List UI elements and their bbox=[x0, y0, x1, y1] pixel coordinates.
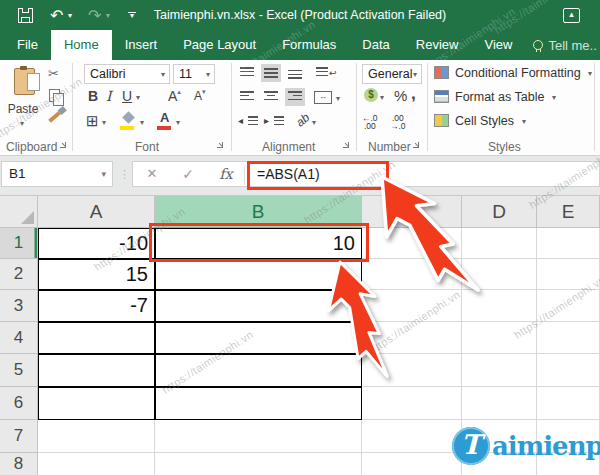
chevron-down-icon: ▾ bbox=[552, 93, 556, 102]
row-header-3[interactable]: 3 bbox=[0, 290, 38, 322]
align-bottom-button[interactable] bbox=[288, 67, 302, 79]
align-left-button[interactable] bbox=[240, 91, 254, 103]
cell-C4[interactable] bbox=[362, 322, 462, 354]
increase-indent-button[interactable]: ▸ bbox=[264, 115, 269, 126]
merge-center-button[interactable]: ↔ bbox=[314, 91, 332, 104]
cell-E2[interactable] bbox=[537, 259, 600, 290]
row-header-4[interactable]: 4 bbox=[0, 322, 38, 354]
cell-D1[interactable] bbox=[462, 228, 537, 259]
row-header-6[interactable]: 6 bbox=[0, 387, 38, 420]
cell-C5[interactable] bbox=[362, 354, 462, 387]
tab-page-layout[interactable]: Page Layout bbox=[170, 30, 269, 60]
copy-button[interactable] bbox=[49, 89, 60, 102]
underline-button[interactable]: U bbox=[122, 88, 132, 104]
grow-font-button[interactable]: A▴ bbox=[168, 88, 181, 104]
cell-A8[interactable] bbox=[38, 453, 155, 475]
accounting-dropdown[interactable]: ▾ bbox=[380, 93, 384, 102]
cell-C1[interactable] bbox=[362, 228, 462, 259]
comma-style-button[interactable]: , bbox=[411, 84, 416, 104]
cell-C3[interactable] bbox=[362, 290, 462, 322]
name-box[interactable]: B1▾ bbox=[1, 161, 113, 187]
cell-D2[interactable] bbox=[462, 259, 537, 290]
cell-E1[interactable] bbox=[537, 228, 600, 259]
cell-E5[interactable] bbox=[537, 354, 600, 387]
tab-view[interactable]: View bbox=[471, 30, 525, 60]
cell-B7[interactable] bbox=[155, 420, 362, 453]
cell-C7[interactable] bbox=[362, 420, 462, 453]
font-dialog-launcher-icon[interactable] bbox=[216, 141, 225, 150]
column-header-C[interactable]: C bbox=[362, 196, 462, 228]
cell-D4[interactable] bbox=[462, 322, 537, 354]
fill-color-dropdown[interactable]: ▾ bbox=[140, 118, 144, 127]
logo-text: aimienphi bbox=[492, 431, 600, 461]
decrease-decimal-button[interactable]: .00 →.0 bbox=[390, 114, 406, 130]
font-size-combo[interactable]: 11▾ bbox=[173, 64, 215, 84]
annotation-box-cell-b1 bbox=[149, 223, 369, 262]
cell-C2[interactable] bbox=[362, 259, 462, 290]
percent-style-button[interactable]: % bbox=[394, 87, 407, 104]
cell-A7[interactable] bbox=[38, 420, 155, 453]
underline-dropdown[interactable]: ▾ bbox=[136, 93, 140, 102]
row-header-8[interactable]: 8 bbox=[0, 453, 38, 475]
enter-check-icon[interactable]: ✓ bbox=[173, 162, 203, 186]
row-header-1[interactable]: 1 bbox=[0, 228, 38, 259]
tab-insert[interactable]: Insert bbox=[112, 30, 171, 60]
ribbon-display-options-button[interactable]: ▴ bbox=[563, 8, 580, 23]
number-format-combo[interactable]: General▾ bbox=[362, 64, 422, 84]
tab-formulas[interactable]: Formulas bbox=[269, 30, 349, 60]
align-center-button[interactable] bbox=[264, 91, 278, 103]
tab-review[interactable]: Review bbox=[403, 30, 472, 60]
formula-bar-splitter[interactable]: ⋮ bbox=[119, 161, 131, 187]
italic-button[interactable]: I bbox=[106, 88, 112, 104]
font-color-button[interactable]: A bbox=[160, 110, 169, 125]
align-right-button[interactable] bbox=[288, 91, 302, 103]
column-header-E[interactable]: E bbox=[537, 196, 600, 228]
cut-button[interactable]: ✂ bbox=[48, 66, 59, 81]
tab-data[interactable]: Data bbox=[349, 30, 402, 60]
fill-color-icon[interactable] bbox=[122, 111, 135, 124]
column-header-A[interactable]: A bbox=[38, 196, 155, 228]
increase-decimal-button[interactable]: ←.0 .00 bbox=[362, 114, 378, 130]
cell-E3[interactable] bbox=[537, 290, 600, 322]
cell-C8[interactable] bbox=[362, 453, 462, 475]
orientation-dropdown[interactable]: ▾ bbox=[312, 118, 316, 127]
font-color-dropdown[interactable]: ▾ bbox=[176, 118, 180, 127]
cell-D3[interactable] bbox=[462, 290, 537, 322]
accounting-format-button[interactable]: $ bbox=[364, 88, 378, 102]
merge-dropdown[interactable]: ▾ bbox=[336, 94, 340, 103]
align-middle-button[interactable] bbox=[264, 67, 278, 79]
cancel-icon[interactable]: ✕ bbox=[137, 162, 167, 186]
shrink-font-button[interactable]: A▾ bbox=[194, 88, 206, 103]
row-header-5[interactable]: 5 bbox=[0, 354, 38, 387]
row-header-2[interactable]: 2 bbox=[0, 259, 38, 290]
cell-C6[interactable] bbox=[362, 387, 462, 420]
borders-dropdown[interactable]: ▾ bbox=[102, 118, 106, 127]
bold-button[interactable]: B bbox=[88, 88, 98, 104]
clipboard-dialog-launcher-icon[interactable] bbox=[59, 141, 68, 150]
tell-me-box[interactable]: Tell me.. bbox=[533, 30, 596, 60]
cell-B8[interactable] bbox=[155, 453, 362, 475]
fill-color-bar[interactable] bbox=[120, 126, 134, 130]
decrease-indent-button[interactable]: ◂ bbox=[238, 115, 243, 126]
insert-function-icon[interactable]: fx bbox=[211, 162, 241, 186]
orientation-button[interactable]: ab bbox=[293, 110, 312, 129]
column-header-D[interactable]: D bbox=[462, 196, 537, 228]
tab-file[interactable]: File bbox=[4, 30, 51, 60]
alignment-dialog-launcher-icon[interactable] bbox=[342, 141, 351, 150]
cell-D6[interactable] bbox=[462, 387, 537, 420]
tab-home[interactable]: Home bbox=[51, 30, 112, 60]
row-header-7[interactable]: 7 bbox=[0, 420, 38, 453]
title-bar: ↶ ▾ ↷ ▾ ▾ Taimienphi.vn.xlsx - Excel (Pr… bbox=[0, 0, 600, 30]
conditional-formatting-label: Conditional Formatting bbox=[455, 66, 581, 80]
format-painter-button[interactable] bbox=[48, 111, 61, 122]
font-color-bar[interactable] bbox=[157, 126, 171, 130]
font-name-combo[interactable]: Calibri▾ bbox=[84, 64, 170, 84]
paste-button[interactable]: Paste ▾ bbox=[2, 62, 44, 136]
borders-button[interactable]: ⊞ bbox=[86, 112, 99, 130]
cell-E6[interactable] bbox=[537, 387, 600, 420]
number-dialog-launcher-icon[interactable] bbox=[412, 141, 421, 150]
cell-D5[interactable] bbox=[462, 354, 537, 387]
align-top-button[interactable] bbox=[240, 67, 254, 79]
cell-E4[interactable] bbox=[537, 322, 600, 354]
wrap-text-button[interactable] bbox=[316, 67, 328, 79]
